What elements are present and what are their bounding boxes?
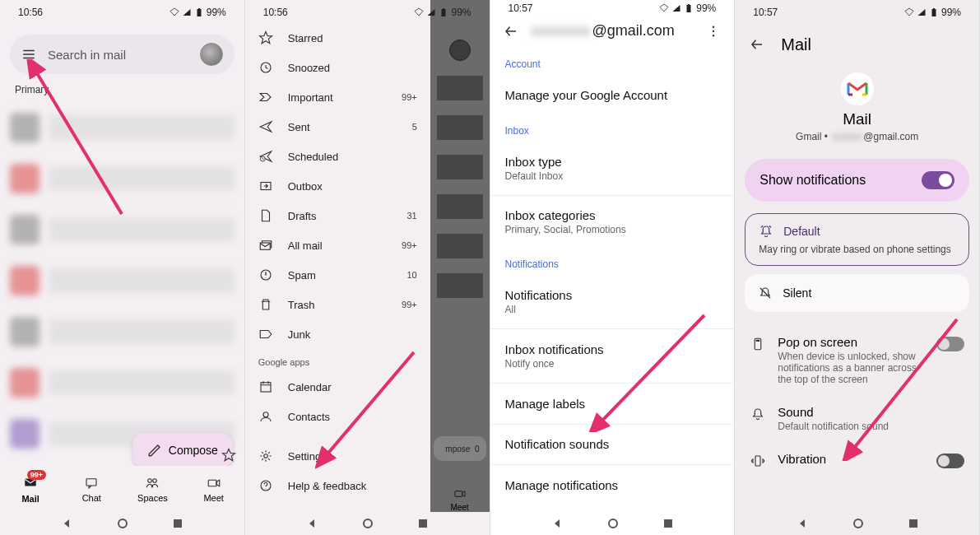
switch-icon[interactable] [936,454,964,468]
recents-icon[interactable] [908,519,918,528]
drawer-item-junk[interactable]: Junk [245,319,430,349]
battery-icon [684,3,694,13]
option-silent[interactable]: Silent [745,274,969,312]
home-icon[interactable] [607,518,619,529]
item-sound[interactable]: Sound Default notification sound [735,397,979,444]
nav-spaces[interactable]: Spaces [122,466,183,512]
switch-off-icon[interactable] [936,337,964,351]
signal-icon [426,7,436,17]
drawer-item-important[interactable]: Important 99+ [245,82,430,112]
drawer-item-snoozed[interactable]: Snoozed [245,53,430,82]
recents-icon[interactable] [418,519,428,528]
account-avatar[interactable] [200,43,223,66]
back-arrow-icon[interactable] [750,37,764,52]
compose-stub-count: 0 [475,444,480,454]
switch-on-icon[interactable] [922,171,954,189]
home-icon[interactable] [852,518,864,529]
item-title: Manage labels [505,397,720,411]
recents-icon[interactable] [663,519,673,528]
badge: 99+ [27,470,46,480]
drawer-item-sent[interactable]: Sent 5 [245,112,430,142]
item-manage-labels[interactable]: Manage labels [490,387,735,421]
item-manage-notifications[interactable]: Manage notifications [490,468,735,502]
drawer-item-trash[interactable]: Trash 99+ [245,290,430,319]
drawer-label: Spam [288,269,316,281]
gesture-nav [245,512,490,535]
contacts-icon [258,409,273,424]
nav-label: Spaces [137,493,168,503]
item-pop-on-screen[interactable]: Pop on screen When device is unlocked, s… [735,327,979,397]
nav-meet[interactable]: Meet [183,466,244,512]
mail-row[interactable] [10,153,235,204]
section-notifications: Notifications [490,245,735,278]
mail-row[interactable] [10,306,235,357]
mail-row[interactable] [10,102,235,153]
svg-point-7 [118,519,127,528]
item-manage-account[interactable]: Manage your Google Account [490,78,735,112]
back-icon[interactable] [306,518,318,529]
option-default[interactable]: Default May ring or vibrate based on pho… [745,213,969,266]
section-account: Account [490,45,735,78]
drawer-item-scheduled[interactable]: Scheduled [245,142,430,171]
battery-text: 99% [696,2,716,14]
status-right: 99% [414,7,471,18]
home-icon[interactable] [117,518,128,529]
drawer-item-contacts[interactable]: Contacts [245,402,430,431]
nav-chat[interactable]: Chat [61,466,122,512]
drawer-item-allmail[interactable]: All mail 99+ [245,230,430,260]
back-arrow-icon[interactable] [504,24,518,39]
mail-list[interactable] [0,102,244,466]
mail-row[interactable] [10,357,235,408]
svg-rect-23 [419,519,427,528]
show-notifications-toggle[interactable]: Show notifications [745,159,969,202]
mail-row[interactable] [10,204,235,255]
nav-label: Chat [82,493,101,503]
item-inbox-type[interactable]: Inbox type Default Inbox [490,145,735,192]
drawer-item-outbox[interactable]: Outbox [245,171,430,201]
wifi-icon [904,7,914,17]
back-icon[interactable] [797,518,808,529]
item-inbox-categories[interactable]: Inbox categories Primary, Social, Promot… [490,198,735,245]
svg-rect-26 [688,4,690,5]
drawer-item-drafts[interactable]: Drafts 31 [245,201,430,230]
menu-icon[interactable] [21,47,36,62]
back-icon[interactable] [551,518,563,529]
svg-rect-39 [909,519,917,528]
drawer-item-settings[interactable]: Settings [245,441,430,471]
clock-text: 10:57 [509,2,533,14]
mail-row[interactable] [10,255,235,306]
spaces-icon [145,476,160,491]
back-icon[interactable] [61,518,72,529]
wifi-icon [170,7,179,17]
battery-icon [439,7,448,17]
star-icon[interactable] [221,448,236,463]
item-inbox-notifications[interactable]: Inbox notifications Notify once [490,333,735,379]
item-subtitle: Primary, Social, Promotions [505,224,720,235]
drawer-label: All mail [288,240,323,252]
item-title: Vibration [778,452,925,466]
item-subtitle: When device is unlocked, show notificati… [778,351,925,385]
recents-icon[interactable] [173,519,183,528]
item-notification-sounds[interactable]: Notification sounds [490,427,735,461]
svg-rect-34 [933,8,935,9]
nav-mail[interactable]: 99+ Mail [0,466,61,512]
search-bar[interactable]: Search in mail [10,35,235,74]
clock-text: 10:56 [18,7,43,18]
compose-button[interactable]: Compose [132,433,233,468]
allmail-icon [258,238,273,253]
drawer-item-starred[interactable]: Starred [245,23,430,53]
item-notifications[interactable]: Notifications All [490,278,735,325]
drawer-item-calendar[interactable]: Calendar [245,372,430,402]
settings-icon [258,449,273,463]
battery-icon [194,7,204,17]
more-icon[interactable] [706,24,721,39]
count: 99+ [402,300,417,309]
background-inbox: mpose 0 Meet [430,0,490,535]
drawer-label: Help & feedback [288,480,366,492]
item-title: Manage your Google Account [505,88,720,102]
drawer-item-help[interactable]: Help & feedback [245,471,430,500]
svg-rect-36 [756,340,760,342]
drawer-item-spam[interactable]: Spam 10 [245,260,430,290]
home-icon[interactable] [362,518,374,529]
item-vibration[interactable]: Vibration [735,444,979,472]
